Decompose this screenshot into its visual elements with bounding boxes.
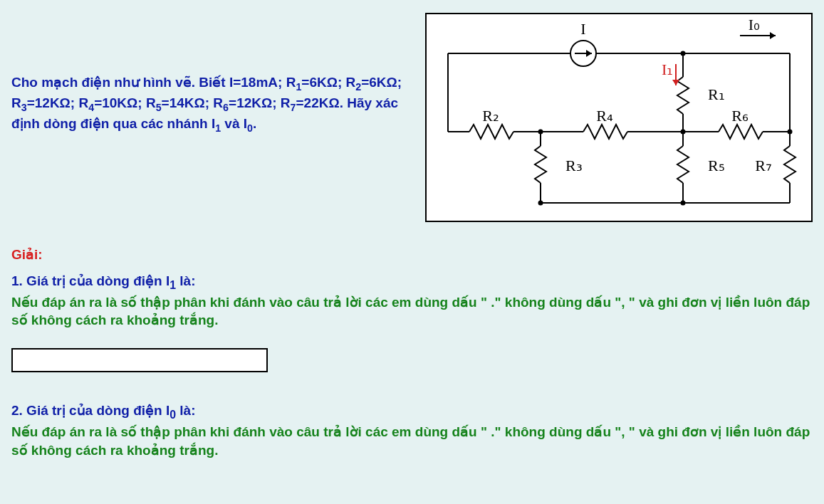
r3-label: R₃: [565, 157, 583, 174]
page: Cho mạch điện như hình vẽ. Biết I=18mA; …: [0, 0, 824, 504]
output-current-label: I₀: [749, 16, 760, 33]
r6-label: R₆: [731, 107, 749, 125]
q1-answer-input[interactable]: [11, 348, 268, 372]
svg-marker-6: [770, 32, 776, 39]
solution-heading: Giải:: [11, 246, 813, 263]
problem-statement: Cho mạch điện như hình vẽ. Biết I=18mA; …: [11, 73, 410, 135]
circuit-svg: I I₀ R₁ I₁: [427, 14, 811, 221]
q1-hint: Nếu đáp án ra là số thập phân khi đánh v…: [11, 293, 813, 330]
top-row: Cho mạch điện như hình vẽ. Biết I=18mA; …: [11, 6, 813, 222]
r7-label: R₇: [755, 157, 772, 174]
branch-current-label: I₁: [662, 61, 673, 78]
q2-hint: Nếu đáp án ra là số thập phân khi đánh v…: [11, 423, 813, 459]
r1-label: R₁: [708, 85, 725, 103]
r4-label: R₄: [596, 107, 613, 125]
r5-label: R₅: [708, 157, 725, 174]
q1-prompt: 1. Giá trị của dòng điện I1 là:: [11, 273, 813, 292]
solution-section: Giải: 1. Giá trị của dòng điện I1 là: Nế…: [11, 246, 813, 459]
r2-label: R₂: [482, 107, 499, 125]
source-label: I: [580, 20, 585, 38]
circuit-diagram: I I₀ R₁ I₁: [425, 13, 813, 222]
q2-prompt: 2. Giá trị của dòng điện I0 là:: [11, 402, 813, 421]
